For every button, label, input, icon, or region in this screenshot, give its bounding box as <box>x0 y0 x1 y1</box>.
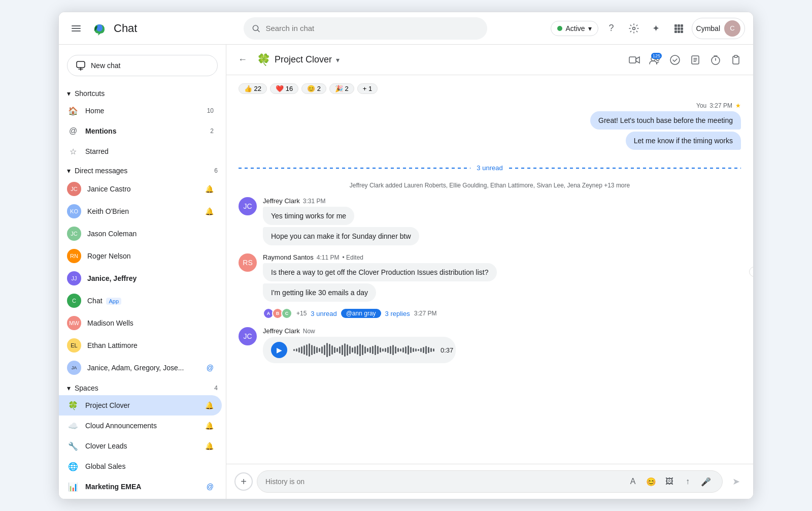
timer-button[interactable] <box>706 51 725 69</box>
user-profile-button[interactable]: Cymbal C <box>692 18 745 39</box>
settings-icon[interactable] <box>625 19 643 38</box>
thread-avatars: A B C <box>263 308 292 319</box>
sidebar-item-jason-coleman[interactable]: JC Jason Coleman <box>59 222 222 245</box>
sidebar-item-clover-leads[interactable]: 🔧 Clover Leads 🔔 <box>59 436 222 456</box>
sparkle-icon[interactable]: ✦ <box>647 19 665 38</box>
upload-button[interactable]: ↑ <box>680 473 696 490</box>
svg-rect-14 <box>678 30 680 33</box>
files-button[interactable] <box>686 51 704 69</box>
thread-row[interactable]: A B C +15 3 unread @ann gray 3 replies 3… <box>263 306 741 321</box>
sidebar-item-cloud-announcements[interactable]: ☁️ Cloud Announcements 🔔 <box>59 416 222 436</box>
reaction-chip[interactable]: 🎉 2 <box>329 83 354 94</box>
message-meta: Jeffrey Clark Now <box>263 327 741 335</box>
sidebar-item-chat-app[interactable]: C Chat App <box>59 290 222 312</box>
members-badge: 125 <box>651 53 662 59</box>
reaction-chip[interactable]: 👍 22 <box>239 83 267 94</box>
app-title: Chat <box>114 22 137 35</box>
space-name: Cloud Announcements <box>85 422 197 430</box>
spaces-header[interactable]: ▾ Spaces 4 <box>59 381 226 395</box>
dm-title: ▾ Direct messages <box>67 167 127 175</box>
app-logo-icon <box>90 19 109 38</box>
clipboard-button[interactable] <box>727 51 745 69</box>
avatar: C <box>724 20 740 37</box>
sidebar-item-ethan-lattimore[interactable]: EL Ethan Lattimore <box>59 334 222 357</box>
members-button[interactable]: 125 <box>646 51 664 69</box>
composer-actions: A 😊 🖼 ↑ 🎤 <box>625 473 714 490</box>
avatar: MW <box>67 316 81 330</box>
chat-header-actions: 125 <box>625 51 745 69</box>
dm-header[interactable]: ▾ Direct messages 6 <box>59 164 226 178</box>
sidebar-item-starred[interactable]: ☆ Starred <box>59 141 222 162</box>
microphone-button[interactable]: 🎤 <box>698 473 714 490</box>
sidebar-item-janice-adam-group[interactable]: JA Janice, Adam, Gregory, Jose... @ <box>59 357 222 379</box>
contact-name: Jason Coleman <box>87 230 214 238</box>
thread-extra-count: +15 <box>296 310 307 317</box>
play-button[interactable]: ▶ <box>271 342 287 358</box>
sidebar-item-global-sales[interactable]: 🌐 Global Sales <box>59 456 222 476</box>
message-bubble: Yes timing works for me <box>263 207 354 225</box>
at-icon: @ <box>67 125 79 137</box>
thread-replies: 3 replies <box>385 310 410 317</box>
sidebar-item-janice-castro[interactable]: JC Janice Castro 🔔 <box>59 178 222 200</box>
help-icon[interactable]: ? <box>602 19 621 38</box>
avatar: JJ <box>67 271 81 285</box>
space-name: Global Sales <box>85 462 214 470</box>
message-meta: Jeffrey Clark 3:31 PM <box>263 197 741 205</box>
active-label: Active <box>565 24 585 33</box>
topbar-right: Active ▾ ? ✦ <box>551 18 745 39</box>
message-incoming: RS Raymond Santos 4:11 PM • Edited Is th… <box>239 253 741 321</box>
chevron-down-icon: ▾ <box>588 24 592 33</box>
send-button[interactable]: ➤ <box>727 472 745 491</box>
text-format-button[interactable]: A <box>625 473 641 490</box>
sidebar-item-madison-wells[interactable]: MW Madison Wells <box>59 312 222 334</box>
reaction-chip[interactable]: ❤️ 16 <box>270 83 298 94</box>
sidebar-item-mentions[interactable]: @ Mentions 2 <box>59 121 222 141</box>
avatar: JA <box>67 361 81 375</box>
svg-rect-9 <box>681 24 683 27</box>
message-meta: You 3:27 PM ★ <box>696 102 741 109</box>
sidebar-item-project-clover[interactable]: 🍀 Project Clover 🔔 <box>59 395 222 416</box>
svg-rect-2 <box>72 30 81 31</box>
starred-label: Starred <box>85 147 214 155</box>
image-button[interactable]: 🖼 <box>661 473 678 490</box>
chat-area: ← 🍀 Project Clover ▾ <box>226 45 753 499</box>
contact-name: Janice, Jeffrey <box>87 274 214 282</box>
message-input[interactable] <box>265 477 625 486</box>
sidebar-item-keith-obrien[interactable]: KO Keith O'Brien 🔔 <box>59 200 222 222</box>
sidebar-item-marketing-emea[interactable]: 📊 Marketing EMEA @ <box>59 476 222 497</box>
hamburger-icon[interactable] <box>67 19 85 38</box>
voice-duration: 0:37 <box>441 346 453 354</box>
svg-rect-1 <box>72 28 81 29</box>
contact-name: Ethan Lattimore <box>87 341 214 349</box>
avatar: JC <box>67 182 81 196</box>
add-attachment-button[interactable]: + <box>234 472 253 491</box>
emoji-button[interactable]: 😊 <box>643 473 659 490</box>
video-call-button[interactable] <box>625 51 644 69</box>
composer: + A 😊 🖼 ↑ 🎤 ➤ <box>226 464 753 499</box>
message-incoming-voice: JC Jeffrey Clark Now ▶ 0:37 <box>239 327 741 363</box>
mention-chip[interactable]: @ann gray <box>341 309 381 318</box>
active-status-button[interactable]: Active ▾ <box>551 21 598 36</box>
sidebar-item-home[interactable]: 🏠 Home 10 <box>59 101 222 121</box>
home-icon: 🏠 <box>67 105 79 117</box>
sidebar-item-janice-jeffrey[interactable]: JJ Janice, Jeffrey <box>59 267 222 290</box>
new-chat-icon <box>76 60 86 71</box>
reaction-chip[interactable]: 😊 2 <box>301 83 326 94</box>
back-button[interactable]: ← <box>234 52 251 68</box>
chat-title-area[interactable]: 🍀 Project Clover ▾ <box>257 53 340 67</box>
space-icon: ☁️ <box>67 420 79 432</box>
sidebar-item-webvr-lab[interactable]: W WebVR Lab <box>59 497 222 499</box>
tasks-button[interactable] <box>666 51 684 69</box>
shortcuts-header[interactable]: ▾ Shortcuts <box>59 86 226 101</box>
message-body: Raymond Santos 4:11 PM • Edited Is there… <box>263 253 741 321</box>
reaction-chip[interactable]: + 1 <box>357 83 378 94</box>
search-input[interactable] <box>265 24 479 33</box>
new-chat-button[interactable]: New chat <box>67 55 218 76</box>
message-incoming: JC Jeffrey Clark 3:31 PM Yes timing work… <box>239 197 741 247</box>
apps-icon[interactable] <box>669 19 688 38</box>
contact-name: Keith O'Brien <box>87 207 197 215</box>
svg-rect-19 <box>629 57 636 63</box>
svg-rect-10 <box>674 27 677 30</box>
svg-rect-11 <box>678 27 680 30</box>
sidebar-item-roger-nelson[interactable]: RN Roger Nelson <box>59 245 222 267</box>
